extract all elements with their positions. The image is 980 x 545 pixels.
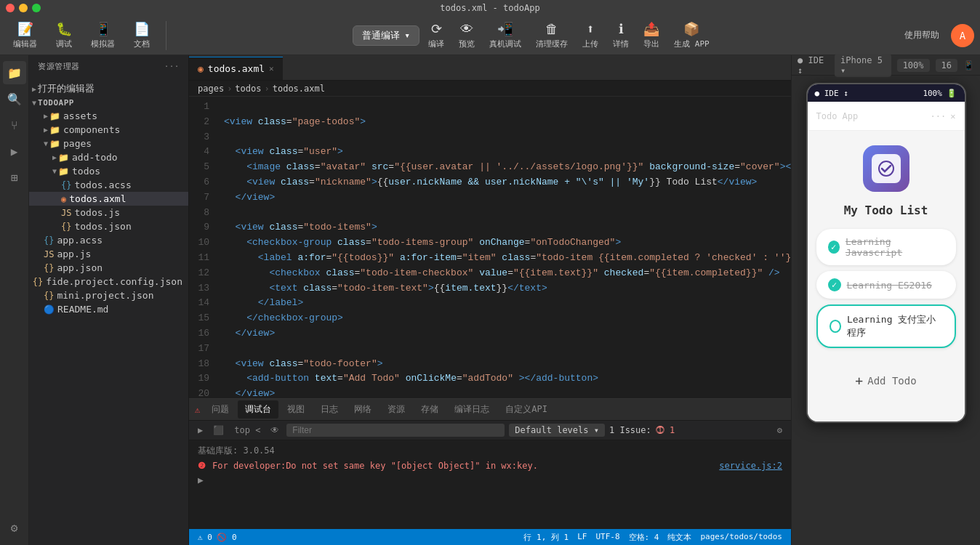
settings-icon-btn[interactable]: ⚙ <box>3 516 26 539</box>
docs-button[interactable]: 📄 文档 <box>124 18 160 52</box>
debug-level-dropdown[interactable]: Default levels ▾ <box>509 424 605 437</box>
debug-tab-network[interactable]: 网络 <box>347 400 379 419</box>
debug-error-file[interactable]: service.js:2 <box>719 461 782 471</box>
preview-device-icon[interactable]: 📱 <box>963 60 974 70</box>
breadcrumb-pages[interactable]: pages <box>198 84 224 94</box>
status-spaces[interactable]: 空格: 4 <box>629 532 659 543</box>
debug-tool-stop[interactable]: ⬛ <box>210 424 227 437</box>
status-filetype[interactable]: 纯文本 <box>667 532 691 543</box>
app-js-label: app.js <box>57 249 91 259</box>
editor-button[interactable]: 📝 编辑器 <box>6 18 44 52</box>
breadcrumb-todos[interactable]: todos <box>235 84 261 94</box>
code-line-17 <box>218 342 791 357</box>
debug-tab-issues[interactable]: 问题 <box>204 400 236 419</box>
code-line-1 <box>218 100 791 115</box>
editor-icon: 📝 <box>17 21 33 36</box>
debug-button[interactable]: 🐛 调试 <box>46 18 82 52</box>
todo-item-3[interactable]: Learning 支付宝小程序 <box>816 304 956 348</box>
phone-more-icon[interactable]: ··· <box>931 111 947 121</box>
preview-res[interactable]: 16 <box>936 59 957 72</box>
status-right: 行 1, 列 1 LF UTF-8 空格: 4 纯文本 pages/todos/… <box>523 532 782 543</box>
upload-btn[interactable]: ⬆ 上传 <box>577 18 604 52</box>
status-cursor[interactable]: 行 1, 列 1 <box>523 532 569 543</box>
source-control-icon-btn[interactable]: ⑂ <box>3 113 26 137</box>
simulator-button[interactable]: 📱 模拟器 <box>84 18 122 52</box>
sidebar-item-app-json[interactable]: {} app.json <box>29 261 188 275</box>
sidebar-item-app-js[interactable]: JS app.js <box>29 247 188 261</box>
debug-tool-run[interactable]: ▶ <box>195 424 206 437</box>
export-btn[interactable]: 📤 导出 <box>638 18 665 52</box>
sidebar-item-pages[interactable]: ▼ 📁 pages <box>29 137 188 150</box>
breadcrumb-file[interactable]: todos.axml <box>273 84 325 94</box>
debug-tab-storage[interactable]: 存储 <box>414 400 446 419</box>
sidebar-item-fide-json[interactable]: {} fide.project.config.json <box>29 275 188 288</box>
todo-add-button[interactable]: + Add Todo <box>816 366 956 395</box>
build-app-btn[interactable]: 📦 生成 APP <box>668 18 715 52</box>
preview-action-btn[interactable]: 👁 预览 <box>453 18 481 52</box>
explorer-icon-btn[interactable]: 📁 <box>3 61 26 84</box>
code-editor[interactable]: 12345 678910 1112131415 1617181920 2122 … <box>189 97 791 398</box>
status-charset[interactable]: UTF-8 <box>595 532 619 543</box>
sidebar-item-components[interactable]: ▶ 📁 components <box>29 123 188 137</box>
status-warnings[interactable]: ⚠ 0 🚫 0 <box>198 533 237 542</box>
debug-error-1[interactable]: ❷ For developer:Do not set same key "[ob… <box>189 459 791 473</box>
debug-tool-top[interactable]: top < <box>231 424 263 437</box>
compile-mode-dropdown[interactable]: 普通编译 ▾ <box>353 25 419 46</box>
maximize-button[interactable] <box>32 4 41 12</box>
debug-toolbar: ▶ ⬛ top < 👁 Default levels ▾ 1 Issue: ⓵ … <box>189 421 791 440</box>
sidebar-item-app-acss[interactable]: {} app.acss <box>29 233 188 247</box>
sidebar-item-assets[interactable]: ▶ 📁 assets <box>29 109 188 123</box>
debug-tab-custom-api[interactable]: 自定义API <box>498 400 555 419</box>
simulator-icon: 📱 <box>95 21 111 36</box>
preview-device[interactable]: iPhone 5 ▾ <box>835 54 891 77</box>
todo-item-2[interactable]: ✓ Learning ES2016 <box>816 271 956 299</box>
todo-check-1[interactable]: ✓ <box>828 241 840 254</box>
debug-tab-compile-log[interactable]: 编译日志 <box>447 400 497 419</box>
phone-close-icon[interactable]: ✕ <box>950 111 955 121</box>
todo-item-1[interactable]: ✓ Learning Javascript <box>816 229 956 265</box>
tab-close-icon[interactable]: ✕ <box>269 64 274 73</box>
extensions-icon-btn[interactable]: ⊞ <box>3 166 26 189</box>
preview-zoom[interactable]: 100% <box>897 59 930 72</box>
status-lf[interactable]: LF <box>577 532 587 543</box>
code-content[interactable]: <view class="page-todos"> <view class="u… <box>218 97 791 398</box>
debug-tab-view[interactable]: 视图 <box>280 400 312 419</box>
sidebar-item-todos-acss[interactable]: {} todos.acss <box>29 178 188 192</box>
debug-tab-console[interactable]: 调试台 <box>238 400 278 419</box>
sidebar-item-open-editors[interactable]: ▶ 打开的编辑器 <box>29 81 188 97</box>
debug-tab-log[interactable]: 日志 <box>313 400 345 419</box>
details-btn[interactable]: ℹ 详情 <box>607 18 635 52</box>
status-path[interactable]: pages/todos/todos <box>700 532 782 543</box>
debug-tab-resources[interactable]: 资源 <box>380 400 412 419</box>
sidebar-item-root[interactable]: ▼ TODOAPP <box>29 97 188 109</box>
todos-acss-icon: {} <box>61 180 71 190</box>
sidebar-item-todos-js[interactable]: JS todos.js <box>29 206 188 219</box>
sidebar-item-add-todo[interactable]: ▶ 📁 add-todo <box>29 150 188 164</box>
debug-tool-eye[interactable]: 👁 <box>268 424 282 437</box>
debug-filter-input[interactable] <box>286 424 505 437</box>
todo-check-3[interactable] <box>830 320 841 333</box>
compile-action-btn[interactable]: ⟳ 编译 <box>422 18 450 52</box>
debug-settings-icon[interactable]: ⚙ <box>774 424 785 437</box>
device-debug-btn[interactable]: 📲 真机调试 <box>483 18 527 52</box>
debug-panel: ⚠ 问题 调试台 视图 日志 网络 资源 存储 编译日志 自定义API ▶ ⬛ … <box>189 398 791 529</box>
sidebar-item-mini-json[interactable]: {} mini.project.json <box>29 288 188 302</box>
sidebar-item-readme[interactable]: 🔵 README.md <box>29 302 188 316</box>
debug-content: 基础库版: 3.0.54 ❷ For developer:Do not set … <box>189 440 791 529</box>
tab-todos-axml[interactable]: ◉ todos.axml ✕ <box>189 57 283 80</box>
title-bar: todos.xml - todoApp <box>0 0 980 16</box>
help-btn[interactable]: 使用帮助 <box>899 26 945 44</box>
phone-titlebar: Todo App ··· ✕ <box>808 102 965 131</box>
close-button[interactable] <box>6 4 15 12</box>
sidebar-item-todos-axml[interactable]: ◉ todos.axml <box>29 192 188 206</box>
clear-cache-btn[interactable]: 🗑 清理缓存 <box>530 18 574 52</box>
sidebar-item-todos-json[interactable]: {} todos.json <box>29 219 188 233</box>
minimize-button[interactable] <box>19 4 28 12</box>
debug-prompt[interactable]: ▶ <box>189 473 791 487</box>
todo-check-2[interactable]: ✓ <box>828 278 841 291</box>
user-avatar[interactable]: A <box>951 24 974 47</box>
sidebar-item-todos[interactable]: ▼ 📁 todos <box>29 164 188 178</box>
sidebar-more-icon[interactable]: ··· <box>164 62 180 71</box>
search-icon-btn[interactable]: 🔍 <box>3 87 26 110</box>
debug-icon-btn[interactable]: ▶ <box>3 140 26 163</box>
